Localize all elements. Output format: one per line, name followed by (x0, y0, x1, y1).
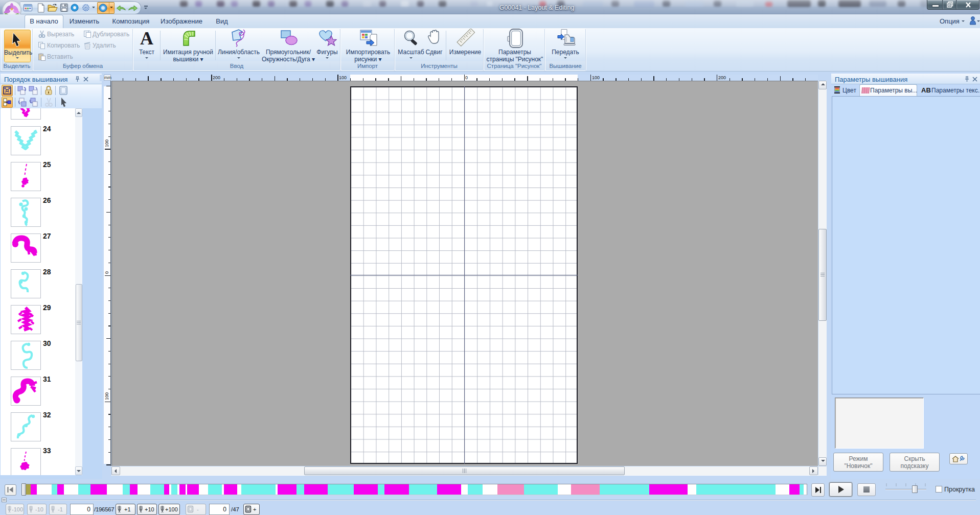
svg-text:A: A (140, 30, 153, 47)
